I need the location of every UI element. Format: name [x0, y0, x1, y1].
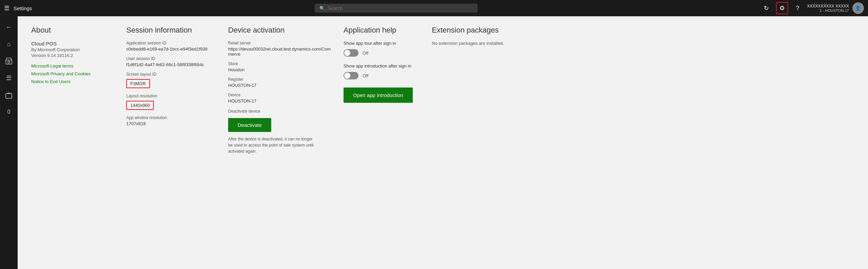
refresh-button[interactable]: ↻: [760, 2, 773, 14]
show-tour-toggle-label: Off: [363, 51, 368, 56]
layout-resolution-box: 1440x960: [126, 101, 154, 110]
settings-button[interactable]: ⚙: [776, 2, 788, 14]
extension-column: Extension packages No extension packages…: [432, 26, 504, 260]
device-title: Device activation: [228, 26, 331, 35]
extension-text: No extension packages are installed.: [432, 41, 504, 46]
store-label: 1 - HOUSTON-17: [819, 8, 849, 13]
svg-rect-2: [6, 94, 12, 98]
app-name: Cloud POS: [31, 41, 114, 46]
svg-rect-0: [6, 60, 12, 64]
sidebar-list-button[interactable]: ☰: [1, 70, 17, 86]
about-title: About: [31, 26, 114, 35]
topbar-right: ↻ ⚙ ? XXXXXXXXXX XXXXX 1 - HOUSTON-17 👤: [760, 2, 864, 14]
show-tour-toggle-row: Off: [344, 49, 420, 57]
avatar[interactable]: 👤: [852, 2, 864, 14]
retail-server-label: Retail server: [228, 41, 331, 45]
topbar: ☰ Settings 🔍 ↻ ⚙ ? XXXXXXXXXX XXXXX 1 - …: [0, 0, 868, 16]
sidebar-back-button[interactable]: ←: [1, 19, 17, 35]
store-value: Houston: [228, 67, 331, 72]
user-session-value: f1d6f1d2-4a47-fe62-66c1-58f8338f684c: [126, 62, 216, 67]
main-layout: ← ⌂ ☰ 0 About Cloud POS By Microsoft Cor…: [0, 16, 868, 269]
app-session-value: c0ebedd8-e169-ea7d-1bcc-e94f3ed1f938: [126, 46, 216, 52]
session-column: Session information Application session …: [126, 26, 228, 260]
company-name: By Microsoft Corporation: [31, 47, 114, 52]
toggle-knob-2: [344, 73, 350, 79]
device-column: Device activation Retail server https://…: [228, 26, 344, 260]
show-tour-label: Show app tour after sign in: [344, 41, 420, 46]
app-help-column: Application help Show app tour after sig…: [344, 26, 432, 260]
deactivate-button[interactable]: Deactivate: [228, 118, 271, 132]
register-value: HOUSTON-17: [228, 83, 331, 88]
privacy-link[interactable]: Microsoft Privacy and Cookies: [31, 71, 114, 76]
screen-layout-label: Screen layout ID: [126, 72, 216, 77]
legal-terms-link[interactable]: Microsoft Legal terms: [31, 63, 114, 69]
search-icon: 🔍: [319, 6, 325, 11]
app-title: Settings: [14, 5, 32, 11]
sidebar: ← ⌂ ☰ 0: [0, 16, 18, 269]
about-column: About Cloud POS By Microsoft Corporation…: [31, 26, 126, 260]
hamburger-icon[interactable]: ☰: [4, 4, 10, 12]
screen-layout-box: F3MGR: [126, 79, 150, 88]
retail-server-value: https://devax00032ret.cloud.test.dynamic…: [228, 46, 331, 57]
sidebar-store-button[interactable]: [1, 53, 17, 69]
device-value: HOUSTON-17: [228, 98, 331, 103]
session-title: Session information: [126, 26, 216, 35]
app-help-title: Application help: [344, 26, 420, 35]
app-session-label: Application session ID: [126, 41, 216, 45]
register-label: Register: [228, 77, 331, 82]
device-label: Device: [228, 93, 331, 97]
svg-point-1: [8, 61, 10, 63]
show-intro-label: Show app introduction after sign in: [344, 63, 420, 69]
store-label: Store: [228, 61, 331, 66]
app-window-value: 1707x818: [126, 121, 216, 126]
search-bar[interactable]: 🔍: [315, 4, 478, 13]
user-session-label: User session ID: [126, 56, 216, 61]
content-area: About Cloud POS By Microsoft Corporation…: [18, 16, 868, 269]
sidebar-bag-button[interactable]: [1, 87, 17, 103]
open-intro-button[interactable]: Open app introduction: [344, 88, 413, 103]
help-button[interactable]: ?: [792, 2, 804, 14]
app-window-label: App window resolution: [126, 115, 216, 120]
show-intro-toggle-label: Off: [363, 73, 368, 78]
username-label: XXXXXXXXXX XXXXX: [807, 4, 849, 8]
extension-title: Extension packages: [432, 26, 504, 35]
sidebar-home-button[interactable]: ⌂: [1, 36, 17, 52]
search-input[interactable]: [328, 5, 473, 11]
deactivate-note: After the device is deactivated, it can …: [228, 136, 316, 154]
columns-container: About Cloud POS By Microsoft Corporation…: [31, 26, 854, 260]
show-tour-toggle[interactable]: [344, 49, 358, 57]
version-number: Version 9.14.19116.2: [31, 53, 114, 58]
layout-resolution-label: Layout resolution: [126, 94, 216, 98]
show-intro-toggle[interactable]: [344, 72, 358, 79]
show-intro-toggle-row: Off: [344, 72, 420, 79]
screen-layout-value: F3MGR: [130, 81, 146, 86]
sidebar-zero-button[interactable]: 0: [1, 104, 17, 120]
toggle-knob: [344, 50, 350, 56]
notice-link[interactable]: Notice to End Users: [31, 79, 114, 84]
layout-resolution-value: 1440x960: [130, 103, 150, 108]
user-info: XXXXXXXXXX XXXXX 1 - HOUSTON-17: [807, 4, 849, 13]
deactivate-label: Deactivate device: [228, 109, 331, 114]
